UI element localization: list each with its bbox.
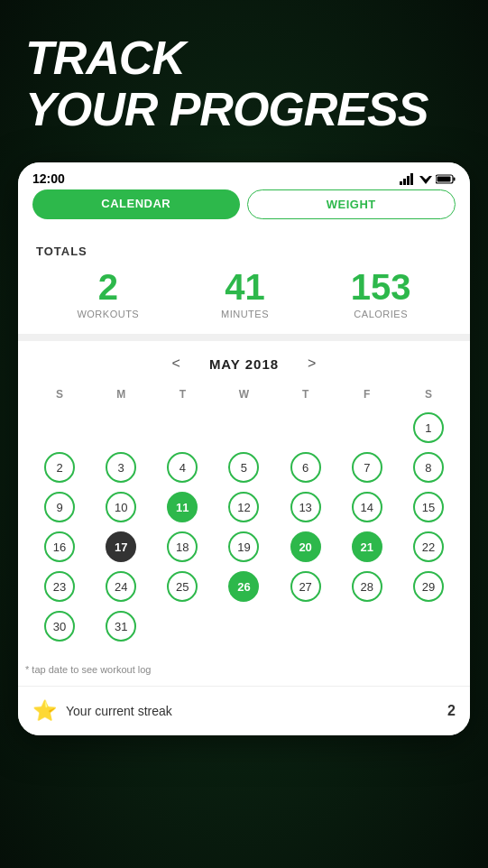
totals-section: TOTALS 2 WORKOUTS 41 MINUTES 153 CALORIE… [18, 230, 470, 334]
cal-empty-w6-2 [213, 608, 274, 644]
calories-unit: CALORIES [351, 309, 411, 319]
minutes-value: 41 [221, 269, 269, 305]
status-icons [400, 173, 456, 185]
total-calories: 153 CALORIES [351, 269, 411, 319]
svg-rect-0 [400, 181, 402, 185]
totals-title: TOTALS [36, 245, 452, 258]
cal-day-14[interactable]: 14 [336, 489, 398, 525]
hero-line1: TRACK [25, 32, 463, 84]
total-minutes: 41 MINUTES [221, 269, 269, 319]
cal-day-19[interactable]: 19 [213, 529, 274, 565]
totals-row: 2 WORKOUTS 41 MINUTES 153 CALORIES [36, 269, 452, 319]
cal-empty-w6-1 [152, 608, 213, 644]
cal-day-20[interactable]: 20 [275, 529, 336, 565]
cal-day-3[interactable]: 3 [90, 449, 152, 485]
calendar-footer: * tap date to see workout log [18, 651, 470, 686]
cal-day-8[interactable]: 8 [398, 449, 459, 485]
cal-empty-w6-5 [398, 608, 459, 644]
calendar-header: S M T W T F S [29, 384, 459, 404]
streak-bar: ⭐ Your current streak 2 [18, 686, 470, 735]
svg-rect-1 [403, 179, 406, 185]
cal-day-4[interactable]: 4 [152, 449, 213, 485]
svg-rect-2 [407, 176, 410, 185]
calories-value: 153 [351, 269, 411, 305]
cal-day-5[interactable]: 5 [213, 449, 274, 485]
hero-text: TRACK YOUR PROGRESS [0, 0, 488, 153]
cal-empty-6 [336, 410, 398, 446]
cal-day-27[interactable]: 27 [275, 568, 336, 605]
svg-rect-8 [437, 176, 451, 181]
cal-empty-w6-3 [275, 608, 336, 644]
cal-day-11[interactable]: 11 [152, 489, 213, 525]
cal-day-13[interactable]: 13 [275, 489, 336, 525]
cal-day-22[interactable]: 22 [398, 529, 459, 565]
cal-day-26[interactable]: 26 [213, 568, 274, 605]
cal-empty-w6-4 [336, 608, 398, 644]
calendar-month-year: MAY 2018 [209, 356, 279, 372]
cal-day-9[interactable]: 9 [29, 489, 90, 525]
calendar-body: 1 2 3 4 5 6 7 8 9 10 11 12 13 14 15 16 1… [29, 410, 459, 644]
total-workouts: 2 WORKOUTS [77, 269, 139, 319]
calendar-nav: < MAY 2018 > [29, 356, 459, 372]
section-divider [18, 334, 470, 341]
phone-mockup: 12:00 CALENDAR WEIGHT [18, 162, 470, 735]
status-time: 12:00 [32, 171, 65, 186]
cal-day-7[interactable]: 7 [336, 449, 398, 485]
cal-day-12[interactable]: 12 [213, 489, 274, 525]
tab-bar: CALENDAR WEIGHT [18, 189, 470, 230]
cal-day-24[interactable]: 24 [90, 568, 152, 605]
cal-day-17[interactable]: 17 [90, 529, 152, 565]
cal-empty-3 [152, 410, 213, 446]
cal-day-1[interactable]: 1 [398, 410, 459, 446]
day-header-s1: S [29, 384, 90, 404]
cal-empty-1 [29, 410, 90, 446]
cal-day-16[interactable]: 16 [29, 529, 90, 565]
cal-empty-2 [90, 410, 152, 446]
tab-calendar[interactable]: CALENDAR [32, 189, 240, 219]
tab-weight[interactable]: WEIGHT [247, 189, 456, 219]
battery-icon [436, 174, 456, 184]
cal-day-31[interactable]: 31 [90, 608, 152, 644]
wifi-icon [419, 173, 432, 184]
streak-star-icon: ⭐ [32, 699, 57, 723]
cal-day-10[interactable]: 10 [90, 489, 152, 525]
streak-label: Your current streak [66, 704, 438, 718]
cal-empty-5 [275, 410, 336, 446]
cal-day-18[interactable]: 18 [152, 529, 213, 565]
day-header-f: F [336, 384, 398, 404]
signal-icon [400, 173, 416, 185]
cal-day-28[interactable]: 28 [336, 568, 398, 605]
workouts-unit: WORKOUTS [77, 309, 139, 319]
day-header-w: W [213, 384, 274, 404]
day-header-t1: T [152, 384, 213, 404]
day-header-t2: T [275, 384, 336, 404]
cal-day-2[interactable]: 2 [29, 449, 90, 485]
cal-day-6[interactable]: 6 [275, 449, 336, 485]
cal-day-30[interactable]: 30 [29, 608, 90, 644]
cal-day-21[interactable]: 21 [336, 529, 398, 565]
prev-month-button[interactable]: < [165, 356, 188, 372]
streak-value: 2 [447, 703, 456, 719]
status-bar: 12:00 [18, 162, 470, 189]
cal-day-15[interactable]: 15 [398, 489, 459, 525]
minutes-unit: MINUTES [221, 309, 269, 319]
cal-day-23[interactable]: 23 [29, 568, 90, 605]
workouts-value: 2 [77, 269, 139, 305]
cal-day-29[interactable]: 29 [398, 568, 459, 605]
svg-rect-7 [454, 177, 456, 180]
day-header-m: M [90, 384, 152, 404]
day-header-s2: S [398, 384, 459, 404]
cal-day-25[interactable]: 25 [152, 568, 213, 605]
next-month-button[interactable]: > [300, 356, 323, 372]
hero-line2: YOUR PROGRESS [25, 84, 463, 135]
calendar-note: * tap date to see workout log [25, 664, 151, 675]
calendar-section: < MAY 2018 > S M T W T F S 1 2 3 4 5 [18, 341, 470, 651]
cal-empty-4 [213, 410, 274, 446]
svg-rect-3 [410, 173, 413, 185]
